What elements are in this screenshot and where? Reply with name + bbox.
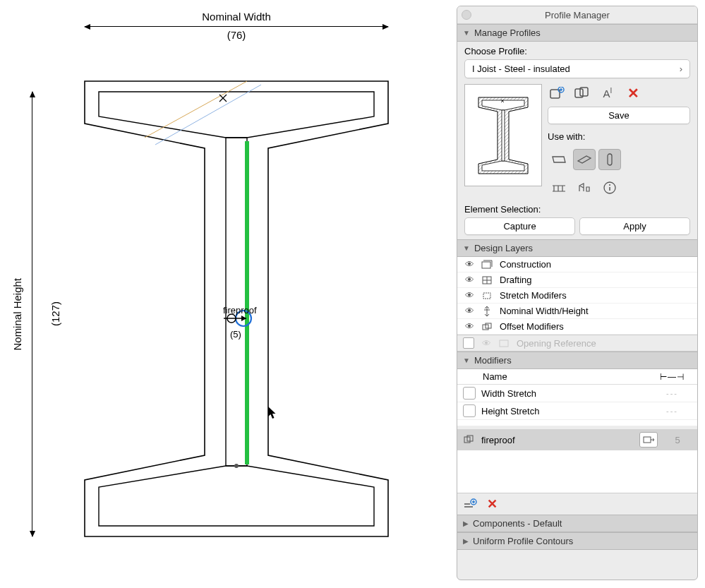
modifiers-list-blank: [457, 450, 697, 493]
profile-select[interactable]: I Joist - Steel - insulated ›: [464, 59, 690, 78]
element-selection-label: Element Selection:: [464, 204, 690, 215]
layer-icon: [498, 338, 511, 348]
svg-rect-34: [500, 340, 508, 347]
profile-thumbnail: [464, 84, 542, 186]
use-with-wall-icon[interactable]: [548, 149, 570, 170]
svg-point-21: [609, 184, 610, 186]
visibility-icon[interactable]: 👁: [463, 306, 476, 316]
visibility-icon[interactable]: 👁: [463, 259, 476, 270]
dimension-icon: ⊢—⊣: [653, 372, 692, 382]
choose-profile-label: Choose Profile:: [464, 46, 690, 56]
fireproof-label: fireproof: [223, 305, 257, 316]
use-with-column-icon[interactable]: [598, 149, 621, 170]
save-button[interactable]: Save: [548, 107, 690, 124]
layer-icon: [481, 306, 494, 316]
panel-title: Profile Manager: [545, 10, 610, 20]
svg-rect-23: [482, 262, 490, 268]
drawing-canvas[interactable]: Nominal Width (76) Nominal Height (127): [0, 0, 457, 588]
uniform-profile-contours-header[interactable]: ▶ Uniform Profile Contours: [457, 532, 697, 550]
svg-rect-29: [483, 293, 490, 299]
layer-icon: [481, 322, 494, 332]
modifier-fireproof[interactable]: fireproof 5: [457, 429, 697, 450]
visibility-icon[interactable]: 👁: [463, 290, 476, 301]
design-layers-header[interactable]: ▼ Design Layers: [457, 239, 697, 257]
svg-rect-37: [644, 437, 651, 443]
delete-profile-icon[interactable]: ✕: [624, 85, 642, 101]
manage-profiles-header[interactable]: ▼ Manage Profiles: [457, 24, 697, 42]
nominal-width-value: (76): [85, 29, 388, 41]
delete-modifier-icon[interactable]: ✕: [487, 496, 498, 512]
layer-opening-reference[interactable]: 👁 Opening Reference: [457, 335, 697, 352]
layer-icon: [481, 260, 494, 270]
panel-titlebar[interactable]: Profile Manager: [457, 6, 697, 24]
new-profile-icon[interactable]: [548, 85, 566, 101]
layer-icon: [481, 275, 494, 285]
layer-nominal-width-height[interactable]: 👁 Nominal Width/Height: [457, 304, 697, 319]
apply-button[interactable]: Apply: [579, 217, 690, 235]
components-header[interactable]: ▶ Components - Default: [457, 515, 697, 532]
duplicate-profile-icon[interactable]: [573, 85, 591, 101]
layer-offset-modifiers[interactable]: 👁 Offset Modifiers: [457, 319, 697, 335]
layer-checkbox[interactable]: [463, 337, 474, 349]
visibility-icon[interactable]: 👁: [463, 321, 476, 332]
disclosure-triangle-icon: ▶: [463, 520, 469, 527]
svg-line-1: [145, 81, 247, 138]
layer-stretch-modifiers[interactable]: 👁 Stretch Modifers: [457, 288, 697, 304]
modifier-width-stretch[interactable]: Width Stretch ---: [457, 385, 697, 402]
offset-modifier-icon: [463, 434, 476, 445]
svg-rect-19: [608, 154, 612, 165]
disclosure-triangle-icon: ▼: [463, 29, 470, 37]
layer-drafting[interactable]: 👁 Drafting: [457, 272, 697, 288]
visibility-icon[interactable]: 👁: [463, 275, 476, 285]
svg-line-2: [155, 85, 261, 145]
modifier-checkbox[interactable]: [463, 387, 476, 400]
visibility-icon[interactable]: 👁: [480, 338, 493, 349]
fireproof-value: (5): [230, 329, 241, 340]
nominal-height-dimension: Nominal Height (127): [14, 92, 32, 536]
offset-value-icon[interactable]: [639, 432, 658, 448]
add-modifier-icon[interactable]: [463, 498, 477, 510]
layer-icon: [481, 291, 494, 301]
nominal-width-dimension: Nominal Width (76): [85, 11, 388, 41]
svg-point-5: [234, 464, 239, 468]
chevron-right-icon: ›: [680, 64, 682, 74]
nominal-width-label: Nominal Width: [85, 11, 388, 23]
modifier-height-stretch[interactable]: Height Stretch ---: [457, 402, 697, 420]
svg-rect-10: [502, 110, 505, 161]
window-close-icon[interactable]: [462, 10, 471, 20]
profile-manager-panel: Profile Manager ▼ Manage Profiles Choose…: [457, 6, 698, 580]
use-with-beam-icon[interactable]: [573, 149, 596, 170]
use-with-object-icon[interactable]: [573, 177, 596, 198]
nominal-height-label: Nominal Height: [11, 278, 23, 351]
capture-button[interactable]: Capture: [464, 217, 575, 235]
info-icon[interactable]: [598, 177, 621, 198]
use-with-railing-icon[interactable]: [548, 177, 570, 198]
use-with-label: Use with:: [548, 131, 690, 142]
rename-profile-icon[interactable]: AI: [598, 85, 617, 101]
modifiers-column-header: Name ⊢—⊣: [457, 369, 697, 385]
disclosure-triangle-icon: ▶: [463, 537, 469, 545]
profile-name: I Joist - Steel - insulated: [472, 64, 570, 74]
modifiers-header[interactable]: ▼ Modifiers: [457, 352, 697, 369]
layer-construction[interactable]: 👁 Construction: [457, 257, 697, 272]
disclosure-triangle-icon: ▼: [463, 356, 470, 364]
modifier-checkbox[interactable]: [463, 404, 476, 417]
disclosure-triangle-icon: ▼: [463, 244, 470, 252]
